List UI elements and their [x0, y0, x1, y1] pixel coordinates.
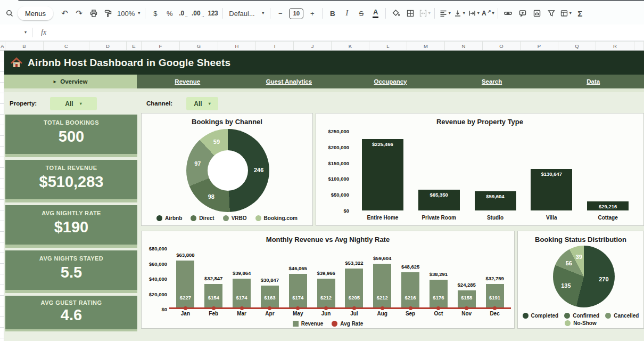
column-header-R[interactable]: R [596, 42, 634, 50]
decrease-decimal-button[interactable]: .0← [177, 6, 191, 20]
paint-format-button[interactable] [101, 6, 115, 20]
column-header-A[interactable]: A [0, 42, 5, 50]
bar-value-label: $59,604 [467, 193, 524, 199]
insert-chart-button[interactable] [530, 6, 544, 20]
tab-occupancy[interactable]: Occupancy [340, 75, 441, 88]
legend-label: Avg Rate [340, 321, 363, 327]
column-header-N[interactable]: N [445, 42, 483, 50]
bookings-by-channel-chart[interactable]: Bookings by Channel 246989759 AirbnbDire… [141, 113, 313, 226]
tab-search[interactable]: Search [441, 75, 543, 88]
font-size-input[interactable]: 10 [289, 8, 303, 19]
donut-hole [208, 150, 248, 191]
monthly-revenue-vs-avg-rate-chart[interactable]: Monthly Revenue vs Avg Nightly Rate $0$2… [141, 231, 515, 329]
column-header-Q[interactable]: Q [558, 42, 596, 50]
percent-format-button[interactable]: % [162, 6, 177, 20]
avg-rate-point [212, 306, 216, 310]
x-axis-category-label: Jun [312, 311, 340, 316]
chevron-down-icon: ▾ [262, 11, 264, 15]
column-header-H[interactable]: H [218, 42, 256, 50]
vertical-align-button[interactable]: ▾ [452, 6, 466, 20]
tab-overview[interactable]: ▸Overview [4, 75, 137, 88]
rate-value-label: $205 [340, 295, 368, 301]
column-header-G[interactable]: G [180, 42, 218, 50]
name-box[interactable]: ▾ [0, 30, 32, 35]
column-header-P[interactable]: P [521, 42, 558, 50]
x-axis-category-label: Jul [340, 311, 368, 316]
increase-decimal-button[interactable]: .00→ [191, 6, 205, 20]
fill-color-button[interactable] [389, 6, 403, 20]
column-header-E[interactable]: E [127, 42, 142, 50]
italic-button[interactable]: I [340, 6, 354, 20]
zoom-select[interactable]: 100%▾ [115, 6, 142, 20]
dashboard-tab-bar: ▸OverviewRevenueGuest AnalyticsOccupancy… [4, 75, 644, 88]
menus-button[interactable]: Menus [18, 6, 53, 20]
legend-item: Completed [523, 313, 559, 319]
tab-label: Overview [60, 78, 87, 85]
print-button[interactable] [86, 6, 101, 20]
x-axis-category-label: Entire Home [354, 215, 411, 221]
decrease-decimal-glyph: .0 [179, 10, 184, 17]
font-select[interactable]: Defaul...▾ [226, 6, 267, 20]
column-header-I[interactable]: I [256, 42, 294, 50]
bar-value-label: $63,808 [165, 252, 206, 258]
column-header-D[interactable]: D [89, 42, 127, 50]
donut-plot: 246989759 [186, 129, 269, 212]
formula-bar-divider [32, 28, 32, 37]
tab-label: Revenue [175, 78, 200, 85]
horizontal-align-button[interactable]: ▾ [437, 6, 452, 20]
decrease-font-size-button[interactable]: − [273, 6, 287, 20]
undo-button[interactable]: ↶ [57, 6, 72, 20]
borders-button[interactable] [403, 6, 417, 20]
avg-rate-line [169, 307, 511, 309]
avg-rate-point [296, 306, 300, 310]
x-axis-category-label: Aug [368, 311, 397, 316]
more-formats-button[interactable]: 123 [205, 6, 220, 20]
legend-label: Confirmed [573, 313, 599, 319]
column-header-C[interactable]: C [44, 42, 89, 50]
window-top-edge [18, 0, 644, 1]
legend-dot-icon [255, 215, 261, 221]
chevron-down-icon: ▾ [428, 11, 431, 15]
currency-format-button[interactable]: $ [148, 6, 162, 20]
text-color-button[interactable]: A [368, 6, 383, 20]
avg-rate-point [381, 306, 384, 310]
property-filter-label: Property: [10, 100, 37, 107]
kpi-value: 500 [5, 128, 137, 145]
strikethrough-button[interactable]: S [354, 6, 368, 20]
filter-button[interactable] [544, 6, 558, 20]
tab-revenue[interactable]: Revenue [137, 75, 238, 88]
redo-button[interactable]: ↷ [72, 6, 86, 20]
increase-font-size-button[interactable]: + [305, 6, 319, 20]
text-rotation-button[interactable]: A↗ ▾ [481, 6, 495, 20]
revenue-by-property-type-chart[interactable]: Revenue by Property Type $0$50,000$100,0… [316, 113, 644, 226]
avg-rate-point [268, 306, 271, 310]
formula-input[interactable] [46, 25, 644, 40]
insert-comment-button[interactable] [515, 6, 530, 20]
column-header-J[interactable]: J [294, 42, 332, 50]
tab-data[interactable]: Data [542, 75, 644, 88]
column-header-L[interactable]: L [369, 42, 407, 50]
chart-legend: CompletedConfirmedCancelledNo-Show [519, 313, 642, 326]
bar-Aug [373, 264, 391, 309]
insert-link-button[interactable] [501, 6, 515, 20]
column-header-M[interactable]: M [407, 42, 445, 50]
y-axis-tick: $40,000 [149, 276, 167, 282]
property-filter-dropdown[interactable]: All ▾ [50, 97, 97, 110]
functions-button[interactable]: Σ [573, 6, 587, 20]
text-wrap-button[interactable]: ▾ [466, 6, 481, 20]
booking-status-distribution-chart[interactable]: Booking Status Distribution 2701355639 C… [517, 231, 644, 329]
tab-guest-analytics[interactable]: Guest Analytics [238, 75, 340, 88]
legend-label: Booking.com [264, 215, 298, 221]
column-header-O[interactable]: O [483, 42, 521, 50]
sheet-views-button[interactable]: ▾ [558, 6, 573, 20]
column-header-K[interactable]: K [332, 42, 369, 50]
y-axis-tick: $150,000 [328, 160, 349, 166]
column-header-B[interactable]: B [5, 42, 44, 50]
channel-filter-dropdown[interactable]: All ▾ [186, 97, 218, 110]
bar-plot: $225,466$65,350$59,604$130,647$29,216 [354, 131, 636, 210]
chevron-down-icon: ▾ [463, 11, 465, 15]
search-icon[interactable] [2, 6, 16, 20]
bold-button[interactable]: B [325, 6, 340, 20]
legend-label: Completed [531, 313, 559, 319]
column-header-F[interactable]: F [142, 42, 180, 50]
